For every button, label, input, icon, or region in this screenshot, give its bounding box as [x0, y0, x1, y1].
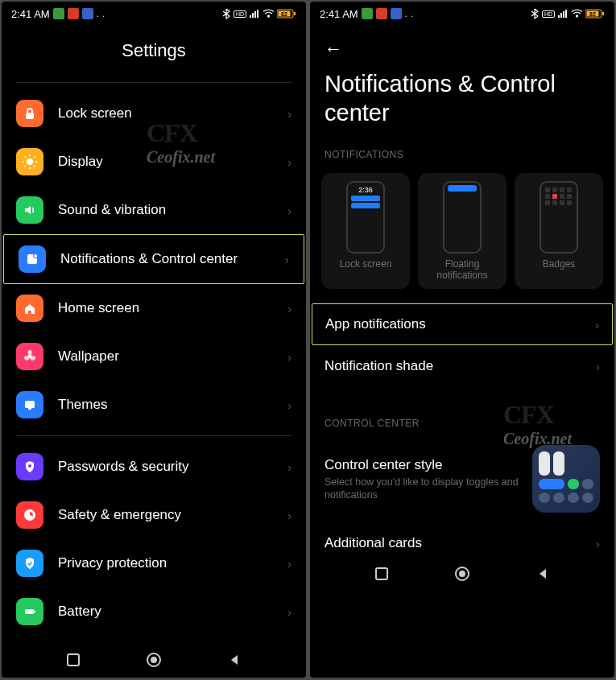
row-privacy[interactable]: Privacy protection › [2, 539, 306, 587]
signal-icon [557, 9, 568, 19]
nav-recent-button[interactable] [66, 653, 81, 667]
chevron-right-icon: › [596, 360, 600, 373]
row-control-center-style[interactable]: Control center style Select how you'd li… [310, 435, 614, 522]
nav-home-button[interactable] [145, 651, 163, 669]
divider [16, 435, 291, 436]
status-time: 2:41 AM [11, 8, 50, 20]
chevron-right-icon: › [287, 398, 291, 412]
status-more-icon: . . [97, 10, 105, 19]
chevron-right-icon: › [287, 460, 291, 474]
svg-rect-22 [28, 408, 31, 410]
battery-icon: 82 [585, 9, 605, 19]
nav-back-button[interactable] [535, 567, 550, 581]
nav-home-button[interactable] [453, 565, 471, 583]
battery-icon: 82 [277, 9, 296, 19]
svg-line-12 [34, 157, 35, 159]
card-label: Badges [543, 258, 576, 281]
row-label: Lock screen [58, 105, 287, 122]
card-badges[interactable]: Badges [515, 173, 603, 290]
phone-left: 2:41 AM . . HD 82 Settings Lock screen ›… [2, 2, 306, 678]
theme-icon [16, 391, 43, 418]
row-app-notifications[interactable]: App notifications › [312, 303, 613, 345]
row-additional-cards[interactable]: Additional cards › [310, 522, 614, 556]
row-label: Notification shade [325, 358, 596, 374]
svg-point-5 [27, 159, 33, 165]
sound-icon [16, 196, 43, 224]
back-button[interactable]: ← [310, 26, 614, 66]
row-label: Safety & emergency [58, 507, 287, 523]
row-label: Display [58, 154, 287, 170]
nav-recent-button[interactable] [374, 567, 389, 581]
svg-point-29 [151, 657, 157, 663]
chevron-right-icon: › [287, 605, 291, 619]
svg-point-23 [28, 464, 31, 468]
row-label: Themes [58, 397, 287, 413]
status-app-icon [391, 8, 402, 19]
cc-subtitle: Select how you'd like to display toggles… [325, 476, 532, 502]
battery-icon [16, 598, 43, 625]
bluetooth-icon [221, 8, 231, 19]
chevron-right-icon: › [287, 557, 291, 571]
row-label: App notifications [325, 316, 595, 332]
svg-point-16 [34, 254, 37, 258]
row-notification-shade[interactable]: Notification shade › [310, 345, 614, 387]
phone-right: 2:41 AM . . HD 82 ← Notifications & Cont… [310, 2, 614, 678]
notification-cards: 2:36 Lock screen Floating notifications … [310, 167, 614, 304]
nav-bar [2, 642, 306, 678]
divider [16, 82, 291, 83]
svg-line-13 [25, 166, 27, 167]
svg-rect-34 [376, 568, 387, 579]
status-app-icon [82, 8, 93, 19]
cc-title: Control center style [325, 457, 532, 473]
nav-back-button[interactable] [227, 653, 242, 667]
status-app-icon [376, 8, 387, 19]
row-label: Notifications & Control center [60, 251, 285, 267]
notifications-icon [19, 245, 46, 273]
nav-bar [310, 556, 614, 591]
wifi-icon [571, 9, 583, 19]
row-lock-screen[interactable]: Lock screen › [2, 89, 306, 138]
section-notifications: NOTIFICATIONS [310, 139, 614, 167]
chevron-right-icon: › [287, 107, 291, 121]
row-display[interactable]: Display › [2, 138, 306, 186]
chevron-right-icon: › [287, 509, 291, 522]
bluetooth-icon [530, 8, 540, 19]
floating-preview [443, 181, 482, 253]
hd-icon: HD [542, 10, 555, 18]
svg-line-11 [34, 166, 35, 167]
row-battery[interactable]: Battery › [2, 587, 306, 636]
chevron-right-icon: › [596, 537, 600, 550]
lockscreen-preview: 2:36 [346, 181, 385, 253]
row-safety[interactable]: Safety & emergency › [2, 491, 306, 539]
shield-icon [16, 453, 43, 480]
page-title: Notifications & Control center [310, 66, 614, 139]
row-notifications[interactable]: Notifications & Control center › [3, 234, 304, 284]
chevron-right-icon: › [287, 350, 291, 364]
section-control-center: CONTROL CENTER [310, 408, 614, 435]
status-app-icon [53, 8, 64, 19]
svg-rect-21 [25, 401, 35, 408]
row-passwords[interactable]: Passwords & security › [2, 443, 306, 491]
row-wallpaper[interactable]: Wallpaper › [2, 332, 306, 381]
row-label: Battery [58, 604, 287, 620]
card-lock-screen[interactable]: 2:36 Lock screen [321, 173, 410, 290]
row-home-screen[interactable]: Home screen › [2, 284, 306, 332]
badges-preview [540, 181, 578, 253]
home-icon [16, 295, 43, 322]
row-label: Passwords & security [58, 459, 287, 475]
svg-line-10 [25, 157, 27, 159]
row-sound[interactable]: Sound & vibration › [2, 186, 306, 234]
settings-list: Lock screen › Display › Sound & vibratio… [2, 89, 306, 642]
arrow-left-icon: ← [325, 39, 342, 59]
row-label: Additional cards [325, 535, 596, 551]
page-title: Settings [2, 26, 306, 76]
status-bar: 2:41 AM . . HD 82 [2, 2, 306, 26]
row-label: Sound & vibration [58, 202, 287, 218]
svg-rect-27 [68, 654, 79, 666]
card-label: Lock screen [340, 258, 392, 281]
safety-icon [16, 501, 43, 529]
row-themes[interactable]: Themes › [2, 381, 306, 429]
card-floating[interactable]: Floating notifications [418, 173, 506, 290]
svg-rect-26 [35, 611, 36, 613]
svg-text:82: 82 [281, 11, 287, 17]
